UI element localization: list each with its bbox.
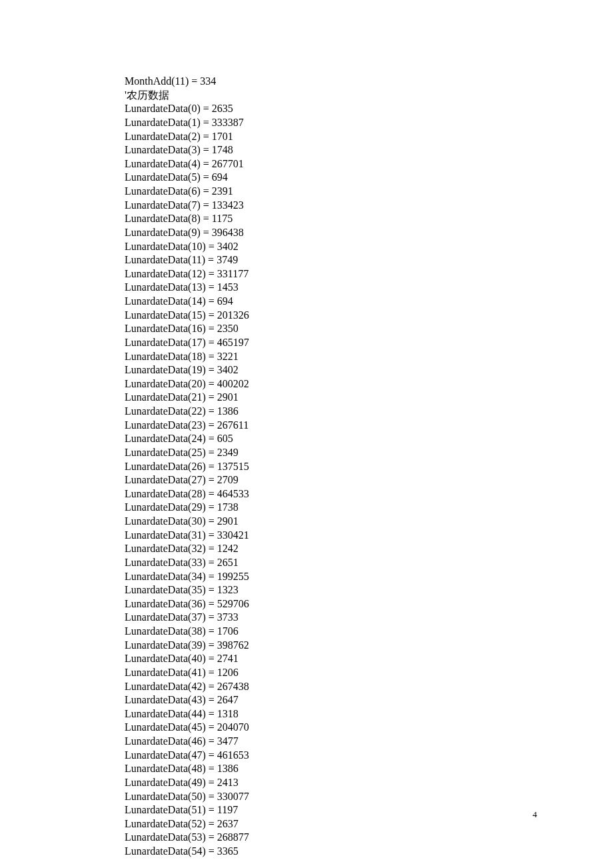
code-line: LunardateData(25) = 2349 xyxy=(125,446,249,460)
code-line: LunardateData(3) = 1748 xyxy=(125,143,249,157)
code-line: LunardateData(15) = 201326 xyxy=(125,309,249,323)
code-line: LunardateData(20) = 400202 xyxy=(125,377,249,391)
code-line: LunardateData(27) = 2709 xyxy=(125,473,249,487)
code-line: LunardateData(53) = 268877 xyxy=(125,831,249,845)
code-line: '农历数据 xyxy=(125,89,249,103)
code-line: LunardateData(7) = 133423 xyxy=(125,199,249,213)
code-line: LunardateData(10) = 3402 xyxy=(125,240,249,254)
code-line: LunardateData(11) = 3749 xyxy=(125,253,249,267)
code-line: LunardateData(6) = 2391 xyxy=(125,185,249,199)
code-line: LunardateData(22) = 1386 xyxy=(125,405,249,419)
code-line: LunardateData(50) = 330077 xyxy=(125,790,249,804)
code-line: LunardateData(41) = 1206 xyxy=(125,666,249,680)
page-number: 4 xyxy=(532,809,537,820)
code-line: LunardateData(34) = 199255 xyxy=(125,570,249,584)
code-line: LunardateData(51) = 1197 xyxy=(125,803,249,817)
code-line: LunardateData(1) = 333387 xyxy=(125,116,249,130)
code-line: LunardateData(30) = 2901 xyxy=(125,515,249,529)
code-line: LunardateData(23) = 267611 xyxy=(125,419,249,433)
code-line: LunardateData(21) = 2901 xyxy=(125,391,249,405)
code-line: LunardateData(37) = 3733 xyxy=(125,611,249,625)
code-line: LunardateData(42) = 267438 xyxy=(125,680,249,694)
code-line: LunardateData(28) = 464533 xyxy=(125,487,249,501)
code-line: LunardateData(2) = 1701 xyxy=(125,130,249,144)
code-line: LunardateData(29) = 1738 xyxy=(125,501,249,515)
code-line: LunardateData(9) = 396438 xyxy=(125,226,249,240)
code-line: LunardateData(18) = 3221 xyxy=(125,350,249,364)
code-line: LunardateData(5) = 694 xyxy=(125,171,249,185)
code-line: LunardateData(32) = 1242 xyxy=(125,542,249,556)
code-line: LunardateData(13) = 1453 xyxy=(125,281,249,295)
code-line: LunardateData(38) = 1706 xyxy=(125,625,249,639)
code-line: LunardateData(24) = 605 xyxy=(125,432,249,446)
code-line: LunardateData(39) = 398762 xyxy=(125,639,249,653)
code-line: LunardateData(49) = 2413 xyxy=(125,776,249,790)
code-line: LunardateData(14) = 694 xyxy=(125,295,249,309)
code-line: LunardateData(36) = 529706 xyxy=(125,597,249,611)
code-line: LunardateData(8) = 1175 xyxy=(125,212,249,226)
code-line: LunardateData(4) = 267701 xyxy=(125,157,249,171)
code-line: LunardateData(0) = 2635 xyxy=(125,102,249,116)
code-line: LunardateData(12) = 331177 xyxy=(125,267,249,281)
code-line: LunardateData(16) = 2350 xyxy=(125,322,249,336)
code-line: LunardateData(26) = 137515 xyxy=(125,460,249,474)
code-line: LunardateData(54) = 3365 xyxy=(125,845,249,859)
code-line: LunardateData(33) = 2651 xyxy=(125,556,249,570)
code-line: LunardateData(47) = 461653 xyxy=(125,749,249,763)
code-line: LunardateData(17) = 465197 xyxy=(125,336,249,350)
code-line: LunardateData(19) = 3402 xyxy=(125,363,249,377)
code-line: LunardateData(46) = 3477 xyxy=(125,735,249,749)
code-line: LunardateData(40) = 2741 xyxy=(125,652,249,666)
code-line: LunardateData(44) = 1318 xyxy=(125,707,249,721)
code-line: LunardateData(31) = 330421 xyxy=(125,529,249,543)
code-line: MonthAdd(11) = 334 xyxy=(125,75,249,89)
code-block: MonthAdd(11) = 334'农历数据LunardateData(0) … xyxy=(125,75,249,859)
code-line: LunardateData(45) = 204070 xyxy=(125,721,249,735)
code-line: LunardateData(52) = 2637 xyxy=(125,817,249,831)
code-line: LunardateData(48) = 1386 xyxy=(125,762,249,776)
code-line: LunardateData(35) = 1323 xyxy=(125,583,249,597)
code-line: LunardateData(43) = 2647 xyxy=(125,693,249,707)
